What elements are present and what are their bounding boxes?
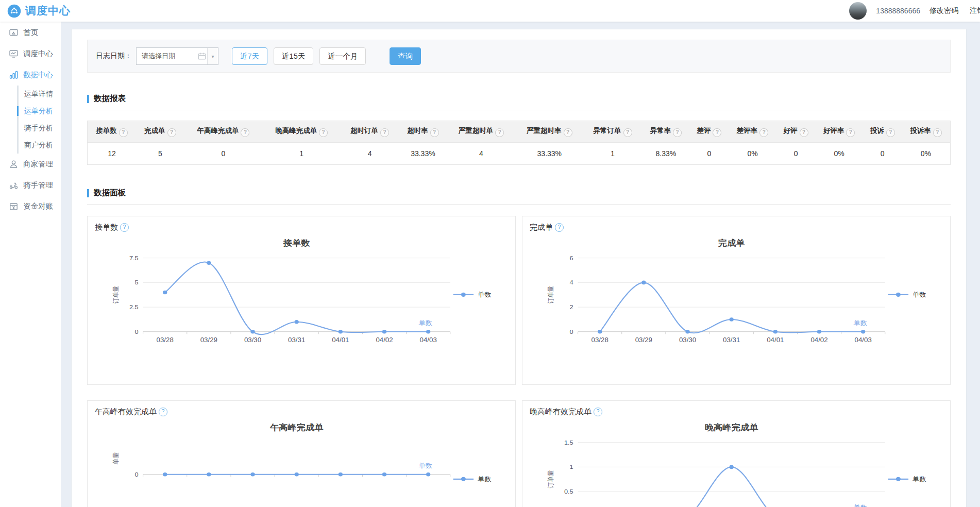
report-column-header: 投诉率? (902, 121, 951, 143)
column-label: 投诉 (870, 127, 884, 134)
sidebar-item-0[interactable]: 首页 (0, 22, 61, 43)
chart-card-head: 晚高峰有效完成单? (530, 407, 946, 417)
help-icon[interactable]: ? (594, 408, 602, 416)
help-icon[interactable]: ? (430, 128, 439, 137)
chart-card-0: 接单数?02.557.503/2803/2903/3003/3104/0104/… (87, 216, 516, 385)
sidebar-item-label: 资金对账 (23, 201, 53, 211)
range-button-2[interactable]: 近一个月 (319, 47, 366, 65)
report-column-header: 严重超时单? (447, 121, 515, 143)
sidebar-item-1[interactable]: 调度中心 (0, 43, 61, 64)
content-card: 日志日期： 请选择日期 ▾ 近7天近15天近一个月 查询 数据报表 (71, 29, 967, 507)
line-chart-3: 00.511.503/2803/2903/3003/3104/0104/0204… (530, 418, 946, 507)
change-password-link[interactable]: 修改密码 (930, 6, 958, 15)
sidebar-item-label: 调度中心 (23, 49, 53, 59)
help-icon[interactable]: ? (167, 128, 176, 137)
series-line (600, 282, 863, 333)
help-icon[interactable]: ? (623, 128, 632, 137)
report-value-cell: 4 (447, 143, 515, 165)
legend-item[interactable]: 单数 (453, 291, 492, 298)
help-icon[interactable]: ? (759, 128, 768, 137)
svg-text:0: 0 (135, 328, 139, 335)
help-icon[interactable]: ? (800, 128, 808, 137)
charts-grid: 接单数?02.557.503/2803/2903/3003/3104/0104/… (87, 216, 951, 507)
series-points (598, 465, 865, 507)
sidebar-item-5[interactable]: 资金对账 (0, 196, 61, 217)
report-column-header: 午高峰完成单? (184, 121, 263, 143)
chart-card-title: 完成单 (530, 223, 553, 232)
report-value-cell: 0 (864, 143, 902, 165)
report-value-cell: 0 (184, 143, 263, 165)
help-icon[interactable]: ? (119, 128, 128, 137)
help-icon[interactable]: ? (380, 128, 389, 137)
date-picker[interactable]: 请选择日期 ▾ (136, 47, 218, 65)
help-icon[interactable]: ? (495, 128, 504, 137)
report-value-cell: 8.33% (642, 143, 690, 165)
sidebar-subitem-3[interactable]: 商户分析 (19, 137, 61, 154)
report-column-header: 好评? (776, 121, 815, 143)
data-icon (9, 70, 19, 80)
column-label: 好评率 (823, 127, 844, 134)
chart-card-title: 接单数 (95, 223, 118, 232)
range-button-1[interactable]: 近15天 (274, 47, 313, 65)
column-label: 午高峰完成单 (197, 127, 239, 134)
help-icon[interactable]: ? (933, 128, 942, 137)
sidebar-item-4[interactable]: 骑手管理 (0, 175, 61, 196)
svg-text:03/31: 03/31 (723, 336, 740, 344)
sidebar-item-3[interactable]: 商家管理 (0, 154, 61, 175)
sidebar-item-label: 首页 (23, 28, 38, 38)
report-section-head: 数据报表 (87, 93, 951, 110)
svg-text:完成单: 完成单 (718, 239, 745, 247)
sidebar-submenu: 运单详情运单分析骑手分析商户分析 (17, 86, 61, 154)
svg-text:03/29: 03/29 (635, 336, 652, 344)
help-icon[interactable]: ? (886, 128, 895, 137)
legend-item[interactable]: 单数 (888, 476, 926, 483)
logout-link[interactable]: 注销 (970, 6, 980, 15)
help-icon[interactable]: ? (673, 128, 682, 137)
help-icon[interactable]: ? (564, 128, 572, 137)
report-value-cell: 0 (776, 143, 815, 165)
sidebar-subitem-0[interactable]: 运单详情 (19, 86, 61, 103)
svg-text:单数: 单数 (478, 291, 492, 298)
svg-text:单数: 单数 (913, 291, 926, 298)
help-icon[interactable]: ? (319, 128, 328, 137)
report-column-header: 超时率? (399, 121, 447, 143)
report-column-header: 投诉? (864, 121, 902, 143)
sidebar-subitem-2[interactable]: 骑手分析 (19, 120, 61, 137)
report-column-header: 差评率? (729, 121, 777, 143)
legend-item[interactable]: 单数 (888, 291, 926, 298)
report-value-cell: 0% (815, 143, 864, 165)
svg-text:03/31: 03/31 (288, 336, 305, 344)
report-value-cell: 1 (262, 143, 341, 165)
sidebar-item-2[interactable]: 数据中心 (0, 64, 61, 86)
svg-text:03/30: 03/30 (244, 336, 261, 344)
report-column-header: 严重超时率? (515, 121, 583, 143)
svg-text:单数: 单数 (478, 476, 492, 483)
svg-text:04/01: 04/01 (332, 336, 349, 344)
range-button-0[interactable]: 近7天 (232, 47, 267, 65)
help-icon[interactable]: ? (846, 128, 855, 137)
svg-text:03/30: 03/30 (679, 336, 696, 344)
help-icon[interactable]: ? (713, 128, 721, 137)
legend-item[interactable]: 单数 (453, 476, 492, 483)
help-icon[interactable]: ? (555, 223, 564, 232)
app-brand[interactable]: 调度中心 (7, 4, 71, 18)
column-label: 差评 (697, 127, 711, 134)
logo-icon (7, 4, 21, 18)
user-avatar[interactable] (849, 2, 867, 20)
column-label: 异常率 (650, 127, 671, 134)
report-column-header: 异常率? (642, 121, 690, 143)
funds-icon (9, 201, 19, 211)
query-button[interactable]: 查询 (390, 47, 421, 65)
sidebar-subitem-1[interactable]: 运单分析 (19, 103, 61, 120)
help-icon[interactable]: ? (159, 408, 167, 416)
user-phone: 13888886666 (876, 7, 920, 15)
panel-section-head: 数据面板 (87, 188, 951, 205)
help-icon[interactable]: ? (241, 128, 249, 137)
svg-text:单量: 单量 (112, 452, 120, 464)
help-icon[interactable]: ? (120, 223, 129, 232)
svg-text:4: 4 (570, 279, 573, 286)
column-label: 差评率 (737, 127, 758, 134)
svg-text:午高峰完成单: 午高峰完成单 (269, 423, 323, 432)
panel-section-title: 数据面板 (94, 188, 126, 198)
svg-text:04/03: 04/03 (855, 336, 872, 344)
